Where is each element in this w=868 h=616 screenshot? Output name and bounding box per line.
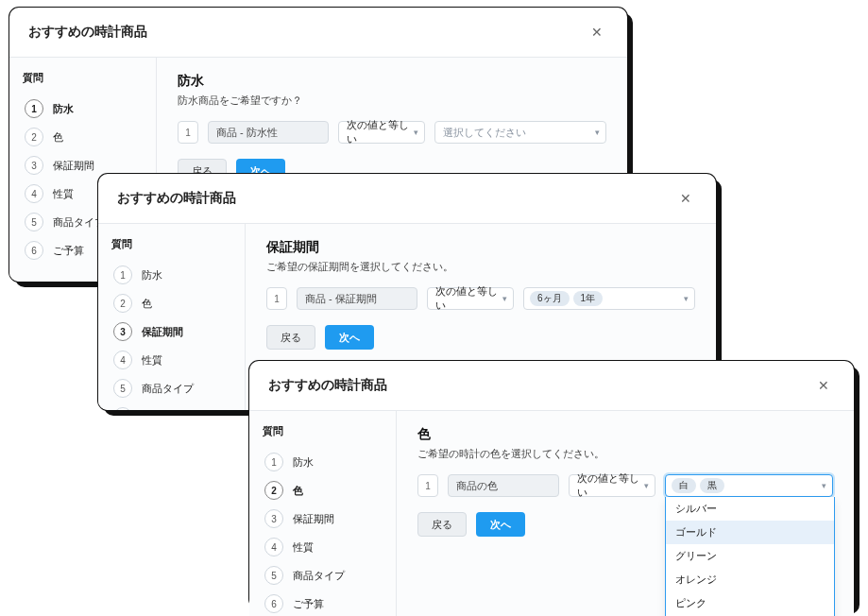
chevron-down-icon: ▾ — [822, 481, 826, 490]
dropdown-option[interactable]: オレンジ — [666, 568, 834, 591]
condition-index: 1 — [417, 474, 438, 497]
step-label: 商品タイプ — [142, 382, 194, 396]
question-main: 色 ご希望の時計の色を選択してください。 1 商品の色 次の値と等しい▾ 白 黒… — [397, 411, 854, 616]
value-multiselect[interactable]: 白 黒 ▾ — [665, 474, 833, 497]
close-icon[interactable]: ✕ — [812, 376, 835, 395]
sidebar-item-waterproof[interactable]: 1防水 — [263, 448, 386, 476]
back-button[interactable]: 戻る — [266, 325, 315, 350]
operator-select[interactable]: 次の値と等しい▾ — [338, 121, 425, 144]
sidebar-item-budget[interactable]: 6ご予算 — [111, 402, 235, 410]
dropdown-option[interactable]: グリーン — [666, 544, 834, 568]
sidebar-item-product-type[interactable]: 5商品タイプ — [263, 561, 386, 590]
condition-row: 1 商品 - 保証期間 次の値と等しい▾ 6ヶ月 1年 ▾ — [266, 287, 695, 310]
sidebar-item-warranty[interactable]: 3保証期間 — [111, 317, 235, 346]
question-subtitle: 防水商品をご希望ですか？ — [178, 94, 606, 108]
value-select-placeholder: 選択してください — [443, 126, 526, 140]
operator-select[interactable]: 次の値と等しい▾ — [569, 474, 655, 497]
close-icon[interactable]: ✕ — [586, 23, 608, 42]
step-label: 保証期間 — [53, 159, 94, 173]
step-label: 性質 — [53, 187, 74, 201]
step-label: 色 — [53, 130, 63, 145]
step-number: 2 — [113, 294, 132, 313]
field-select[interactable]: 商品 - 保証期間 — [297, 287, 417, 310]
sidebar-item-waterproof[interactable]: 1防水 — [23, 94, 146, 123]
chevron-down-icon: ▾ — [684, 294, 689, 303]
question-subtitle: ご希望の時計の色を選択してください。 — [417, 447, 833, 461]
chevron-down-icon: ▾ — [595, 128, 600, 137]
sidebar-heading: 質問 — [111, 237, 235, 251]
selected-pill[interactable]: 黒 — [700, 478, 724, 493]
dropdown-option[interactable]: ゴールド — [666, 521, 834, 544]
sidebar-item-warranty[interactable]: 3保証期間 — [263, 505, 386, 533]
dropdown-option[interactable]: ピンク — [666, 591, 834, 615]
step-label: 防水 — [53, 102, 74, 116]
dialog-title: おすすめの時計商品 — [28, 24, 147, 41]
step-number: 5 — [113, 379, 132, 398]
sidebar-item-nature[interactable]: 4性質 — [263, 533, 386, 561]
field-select-value: 商品 - 保証期間 — [305, 292, 377, 306]
step-label: 性質 — [293, 540, 314, 555]
step-label: 防水 — [142, 268, 162, 282]
dropdown-option[interactable]: シルバー — [666, 497, 834, 521]
dialog-title: おすすめの時計商品 — [117, 190, 236, 207]
next-button[interactable]: 次へ — [476, 512, 525, 537]
question-sidebar: 質問 1防水 2色 3保証期間 4性質 5商品タイプ 6ご予算 — [249, 411, 397, 616]
step-label: ご予算 — [53, 244, 84, 258]
step-label: 商品タイプ — [53, 215, 105, 230]
step-number: 6 — [264, 594, 283, 613]
field-select[interactable]: 商品 - 防水性 — [208, 121, 329, 144]
dialog-title: おすすめの時計商品 — [268, 377, 387, 394]
step-number: 5 — [264, 566, 283, 585]
condition-index: 1 — [178, 121, 198, 144]
selected-pill[interactable]: 白 — [672, 478, 696, 493]
step-label: 保証期間 — [142, 325, 183, 339]
sidebar-item-product-type[interactable]: 5商品タイプ — [111, 374, 235, 402]
step-number: 6 — [25, 241, 43, 260]
selected-pill[interactable]: 1年 — [573, 291, 604, 306]
sidebar-item-budget[interactable]: 6ご予算 — [263, 590, 386, 616]
back-button[interactable]: 戻る — [417, 512, 467, 537]
field-select[interactable]: 商品の色 — [448, 474, 559, 497]
step-label: 防水 — [293, 455, 314, 470]
sidebar-item-color[interactable]: 2色 — [111, 289, 235, 317]
operator-select-value: 次の値と等しい — [347, 118, 417, 146]
step-label: 性質 — [142, 353, 162, 368]
sidebar-item-color[interactable]: 2色 — [23, 123, 146, 151]
value-multiselect[interactable]: 6ヶ月 1年 ▾ — [523, 287, 695, 310]
step-number: 5 — [25, 213, 43, 231]
close-icon[interactable]: ✕ — [674, 189, 697, 208]
step-label: 商品タイプ — [293, 569, 345, 583]
sidebar-heading: 質問 — [23, 71, 146, 85]
step-label: 色 — [293, 484, 303, 498]
value-dropdown[interactable]: シルバー ゴールド グリーン オレンジ ピンク ブルー レッド — [665, 497, 835, 616]
sidebar-item-nature[interactable]: 4性質 — [111, 346, 235, 374]
operator-select[interactable]: 次の値と等しい▾ — [427, 287, 514, 310]
step-number: 4 — [264, 538, 283, 556]
condition-row: 1 商品 - 防水性 次の値と等しい▾ 選択してください▾ — [178, 121, 606, 144]
dialog-header: おすすめの時計商品 ✕ — [9, 8, 627, 58]
step-number: 1 — [264, 453, 283, 471]
field-select-value: 商品 - 防水性 — [216, 126, 278, 140]
step-number: 3 — [25, 156, 43, 175]
step-label: 色 — [142, 297, 152, 311]
next-button[interactable]: 次へ — [325, 325, 374, 350]
step-number: 1 — [113, 265, 132, 284]
sidebar-heading: 質問 — [263, 424, 386, 438]
operator-select-value: 次の値と等しい — [577, 471, 647, 500]
step-label: ご予算 — [293, 597, 324, 611]
sidebar-item-color[interactable]: 2色 — [263, 476, 386, 505]
dialog-header: おすすめの時計商品 ✕ — [98, 174, 716, 224]
selected-pill[interactable]: 6ヶ月 — [530, 291, 570, 306]
step-label: ご予算 — [142, 410, 173, 411]
field-select-value: 商品の色 — [456, 479, 498, 493]
question-subtitle: ご希望の保証期間を選択してください。 — [266, 260, 695, 274]
step-number: 4 — [25, 184, 43, 203]
value-select[interactable]: 選択してください▾ — [434, 121, 606, 144]
condition-row: 1 商品の色 次の値と等しい▾ 白 黒 ▾ シルバー ゴールド グリーン — [417, 474, 833, 497]
sidebar-item-waterproof[interactable]: 1防水 — [111, 261, 235, 289]
step-number: 2 — [25, 128, 43, 146]
operator-select-value: 次の値と等しい — [435, 284, 505, 313]
step-number: 1 — [25, 99, 43, 118]
question-title: 防水 — [178, 73, 606, 90]
question-title: 保証期間 — [266, 239, 695, 256]
